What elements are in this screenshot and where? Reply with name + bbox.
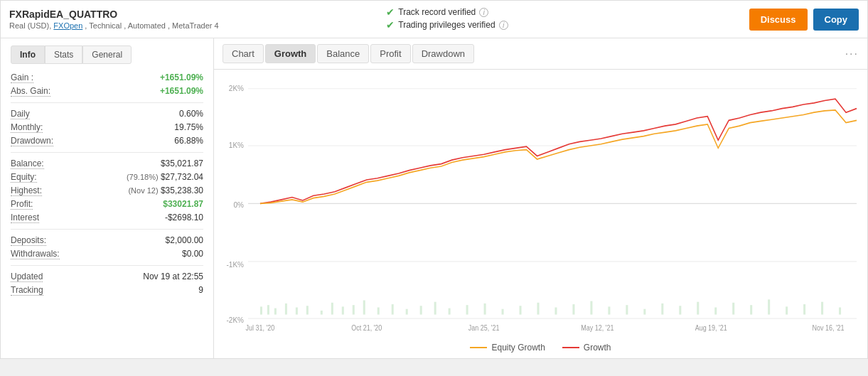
- deposits-row: Deposits: $2,000.00: [11, 235, 203, 246]
- deposits-value: $2,000.00: [166, 235, 203, 245]
- profit-row: Profit: $33021.87: [11, 199, 203, 210]
- subtitle-suffix: , Technical , Automated , MetaTrader 4: [82, 21, 218, 30]
- highest-row: Highest: (Nov 12) $35,238.30: [11, 186, 203, 196]
- discuss-button[interactable]: Discuss: [749, 9, 808, 31]
- withdrawals-value: $0.00: [182, 249, 203, 259]
- gain-value: +1651.09%: [160, 72, 203, 82]
- chart-tab-growth[interactable]: Growth: [265, 44, 316, 63]
- abs-gain-value: +1651.09%: [160, 86, 203, 96]
- equity-value: (79.18%) $27,732.04: [127, 172, 203, 182]
- svg-rect-39: [572, 304, 574, 314]
- chart-tab-drawdown[interactable]: Drawdown: [412, 44, 474, 63]
- equity-growth-line-legend: [470, 347, 487, 348]
- svg-text:-1K%: -1K%: [227, 259, 245, 269]
- drawdown-value: 66.88%: [174, 136, 203, 146]
- equity-label: Equity:: [11, 172, 37, 183]
- svg-rect-51: [786, 306, 788, 314]
- tab-general[interactable]: General: [82, 45, 132, 64]
- divider-2: [11, 152, 203, 153]
- svg-rect-37: [537, 303, 540, 315]
- abs-gain-row: Abs. Gain: +1651.09%: [11, 86, 203, 97]
- growth-line-legend: [562, 347, 579, 348]
- withdrawals-label: Withdrawals:: [11, 249, 60, 259]
- svg-rect-52: [803, 304, 805, 314]
- svg-rect-35: [502, 309, 504, 315]
- svg-rect-19: [285, 304, 287, 315]
- svg-text:Oct 21, '20: Oct 21, '20: [351, 323, 382, 332]
- info-icon-2[interactable]: i: [499, 21, 508, 30]
- interest-value: -$2698.10: [165, 213, 203, 222]
- legend-growth: Growth: [562, 343, 611, 353]
- chart-more-icon[interactable]: ···: [845, 48, 859, 60]
- equity-pct: (79.18%): [127, 173, 159, 181]
- left-tabs: Info Stats General: [11, 45, 203, 64]
- svg-rect-20: [296, 308, 298, 315]
- verified-item-1: ✔ Track record verified i: [386, 6, 749, 18]
- info-icon-1[interactable]: i: [479, 8, 488, 17]
- chart-tab-balance[interactable]: Balance: [317, 44, 369, 63]
- monthly-value: 19.75%: [174, 122, 203, 132]
- broker-link[interactable]: FXOpen: [53, 21, 82, 30]
- legend-equity-growth: Equity Growth: [470, 343, 545, 353]
- svg-text:Jul 31, '20: Jul 31, '20: [246, 323, 275, 332]
- svg-rect-47: [714, 308, 717, 315]
- abs-gain-label: Abs. Gain:: [11, 86, 50, 97]
- interest-label: Interest: [11, 213, 39, 223]
- tab-stats[interactable]: Stats: [45, 45, 82, 64]
- gain-row: Gain : +1651.09%: [11, 72, 203, 83]
- copy-button[interactable]: Copy: [813, 9, 859, 31]
- bar-sparklines: [260, 299, 841, 314]
- balance-label: Balance:: [11, 159, 44, 169]
- growth-chart: 2K% 1K% 0% -1K% -2K% Jul 31, '20 Oct 21,…: [221, 77, 860, 338]
- right-panel: Chart Growth Balance Profit Drawdown ···…: [214, 38, 867, 358]
- svg-text:Jan 25, '21: Jan 25, '21: [468, 323, 500, 332]
- svg-rect-53: [821, 302, 823, 315]
- svg-rect-29: [406, 309, 408, 315]
- withdrawals-row: Withdrawals: $0.00: [11, 249, 203, 259]
- tracking-value: 9: [198, 285, 203, 295]
- svg-rect-31: [434, 302, 436, 315]
- svg-rect-27: [377, 308, 380, 315]
- chart-area: 2K% 1K% 0% -1K% -2K% Jul 31, '20 Oct 21,…: [214, 70, 867, 338]
- svg-rect-21: [306, 306, 309, 314]
- svg-rect-24: [342, 306, 344, 314]
- header-left: FXRapidEA_QUATTRO Real (USD), FXOpen , T…: [9, 9, 372, 30]
- svg-rect-17: [267, 305, 269, 314]
- svg-rect-45: [679, 306, 681, 314]
- daily-row: Daily 0.60%: [11, 109, 203, 119]
- svg-rect-41: [608, 306, 610, 314]
- svg-rect-36: [520, 306, 522, 314]
- equity-row: Equity: (79.18%) $27,732.04: [11, 172, 203, 183]
- svg-text:1K%: 1K%: [229, 141, 245, 150]
- tab-info[interactable]: Info: [11, 45, 45, 64]
- chart-tab-chart[interactable]: Chart: [223, 44, 264, 63]
- updated-label: Updated: [11, 272, 43, 282]
- chart-tab-profit[interactable]: Profit: [370, 44, 410, 63]
- interest-row: Interest -$2698.10: [11, 213, 203, 223]
- verified-label-1: Track record verified: [398, 7, 476, 17]
- left-panel: Info Stats General Gain : +1651.09% Abs.…: [1, 38, 214, 358]
- svg-rect-26: [363, 300, 365, 314]
- balance-row: Balance: $35,021.87: [11, 159, 203, 169]
- divider-4: [11, 265, 203, 266]
- system-title: FXRapidEA_QUATTRO: [9, 9, 372, 20]
- highest-note: (Nov 12): [128, 186, 158, 195]
- equity-amount: $27,732.04: [161, 172, 203, 182]
- svg-text:2K%: 2K%: [229, 84, 245, 93]
- svg-text:May 12, '21: May 12, '21: [581, 323, 614, 332]
- drawdown-row: Drawdown: 66.88%: [11, 136, 203, 146]
- highest-amount: $35,238.30: [161, 186, 203, 195]
- check-icon-2: ✔: [386, 19, 395, 31]
- drawdown-label: Drawdown:: [11, 136, 53, 146]
- subtitle-prefix: Real (USD),: [9, 21, 53, 30]
- svg-rect-32: [449, 308, 451, 315]
- check-icon-1: ✔: [386, 6, 395, 18]
- monthly-label: Monthly:: [11, 122, 43, 133]
- svg-rect-43: [643, 309, 645, 315]
- header: FXRapidEA_QUATTRO Real (USD), FXOpen , T…: [1, 1, 867, 38]
- svg-rect-22: [321, 311, 323, 315]
- svg-rect-30: [420, 306, 422, 314]
- svg-rect-49: [750, 305, 752, 314]
- svg-rect-16: [260, 306, 262, 314]
- updated-row: Updated Nov 19 at 22:55: [11, 272, 203, 282]
